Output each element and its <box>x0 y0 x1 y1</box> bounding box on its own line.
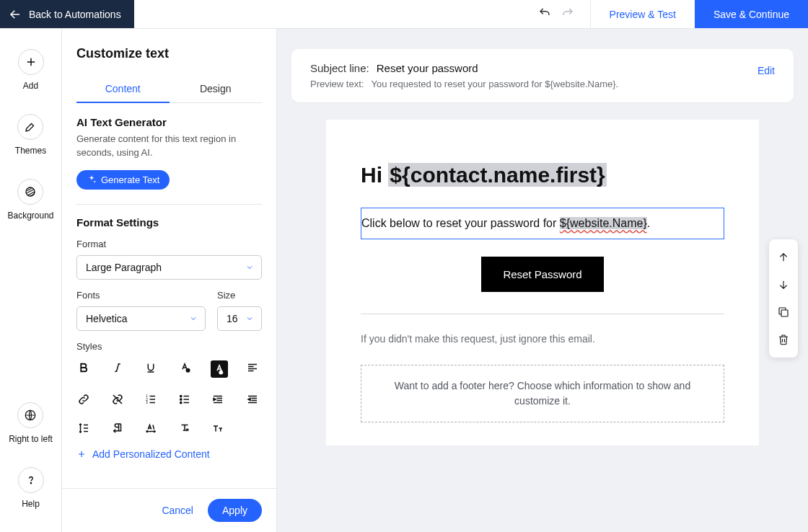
move-down-button[interactable] <box>769 271 798 298</box>
svg-point-3 <box>186 368 190 372</box>
ai-description: Generate content for this text region in… <box>76 133 262 160</box>
rail-item-themes[interactable]: Themes <box>15 114 46 156</box>
styles-label: Styles <box>76 341 262 352</box>
format-select[interactable]: Large Paragraph <box>76 255 262 280</box>
preview-and-test-button[interactable]: Preview & Test <box>590 0 695 28</box>
add-personalized-label: Add Personalized Content <box>92 448 210 460</box>
chevron-down-icon <box>245 314 254 323</box>
email-preview-card[interactable]: Hi ${contact.name.first} Click below to … <box>326 120 759 445</box>
size-select[interactable]: 16 <box>217 306 262 331</box>
bold-button[interactable] <box>76 360 91 375</box>
floating-toolbar <box>769 239 798 358</box>
underline-button[interactable] <box>144 360 158 375</box>
size-label: Size <box>217 290 262 301</box>
svg-text:3: 3 <box>146 401 148 404</box>
cancel-button[interactable]: Cancel <box>162 505 193 516</box>
reset-body-text[interactable]: Click below to reset your password for $… <box>361 217 724 230</box>
generate-text-button[interactable]: Generate Text <box>76 170 170 190</box>
ai-heading: AI Text Generator <box>76 116 262 128</box>
rail-item-help[interactable]: Help <box>18 467 44 509</box>
undo-button[interactable] <box>538 6 551 22</box>
greeting-variable: ${contact.name.first} <box>388 163 606 187</box>
customize-text-panel: Customize text Content Design AI Text Ge… <box>62 29 277 532</box>
rail-label-themes: Themes <box>15 146 46 156</box>
footer-placeholder[interactable]: Want to add a footer here? Choose which … <box>361 365 724 422</box>
redo-button[interactable] <box>561 6 574 22</box>
svg-rect-10 <box>781 310 788 316</box>
format-label: Format <box>76 239 262 249</box>
body-suffix: . <box>647 217 650 229</box>
size-select-value: 16 <box>227 313 238 324</box>
svg-point-8 <box>180 399 181 400</box>
text-transform-button[interactable] <box>211 421 225 435</box>
italic-button[interactable] <box>110 360 125 375</box>
email-divider <box>361 314 724 314</box>
align-left-button[interactable] <box>245 360 260 375</box>
svg-point-7 <box>180 395 181 396</box>
svg-point-2 <box>30 483 31 484</box>
fonts-label: Fonts <box>76 290 206 301</box>
topbar-spacer <box>134 0 522 28</box>
rail-item-rtl[interactable]: Right to left <box>9 402 53 444</box>
hatch-icon <box>24 185 37 198</box>
move-up-button[interactable] <box>769 244 798 271</box>
reset-password-button[interactable]: Reset Password <box>481 257 603 292</box>
globe-icon <box>24 409 37 422</box>
rail-item-background[interactable]: Background <box>7 179 53 221</box>
highlight-color-button[interactable] <box>211 360 228 378</box>
plus-icon <box>25 56 38 68</box>
undo-redo-group <box>522 0 590 28</box>
back-label: Back to Automations <box>29 9 121 20</box>
delete-button[interactable] <box>769 326 798 353</box>
panel-tabs: Content Design <box>76 76 262 103</box>
subject-line-value: Reset your password <box>377 62 478 74</box>
link-button[interactable] <box>76 392 91 407</box>
canvas-area: Subject line: Reset your password Previe… <box>277 29 808 532</box>
line-height-button[interactable] <box>76 421 91 435</box>
text-color-button[interactable] <box>177 360 192 375</box>
rail-label-rtl: Right to left <box>9 434 53 444</box>
format-settings-heading: Format Settings <box>76 216 262 229</box>
format-select-value: Large Paragraph <box>86 262 162 273</box>
sparkle-icon <box>87 174 97 185</box>
apply-button[interactable]: Apply <box>208 499 262 522</box>
brush-icon <box>24 120 37 133</box>
panel-divider <box>76 204 262 205</box>
add-personalized-content-button[interactable]: Add Personalized Content <box>76 448 262 460</box>
svg-point-9 <box>180 402 181 403</box>
outdent-button[interactable] <box>245 392 260 407</box>
left-rail: Add Themes Background Right to left Help <box>0 29 62 532</box>
ordered-list-button[interactable]: 123 <box>144 392 158 407</box>
body-variable: ${website.Name} <box>560 217 647 229</box>
email-greeting[interactable]: Hi ${contact.name.first} <box>361 163 724 187</box>
styles-grid: 123 <box>76 360 262 435</box>
chevron-down-icon <box>189 314 198 323</box>
ignore-text[interactable]: If you didn't make this request, just ig… <box>361 333 724 345</box>
greeting-prefix: Hi <box>361 163 388 187</box>
text-direction-button[interactable] <box>110 421 125 435</box>
edit-subject-button[interactable]: Edit <box>758 62 775 76</box>
indent-button[interactable] <box>211 392 225 407</box>
top-bar: Back to Automations Preview & Test Save … <box>0 0 808 29</box>
unlink-button[interactable] <box>110 392 125 407</box>
preview-text-label: Preview text: <box>310 79 364 89</box>
chevron-down-icon <box>245 263 254 272</box>
generate-text-label: Generate Text <box>101 174 159 185</box>
letter-spacing-button[interactable] <box>144 421 158 435</box>
tab-design[interactable]: Design <box>170 76 263 102</box>
subject-card: Subject line: Reset your password Previe… <box>291 49 794 102</box>
unordered-list-button[interactable] <box>177 392 192 407</box>
save-and-continue-button[interactable]: Save & Continue <box>695 0 808 28</box>
rail-label-background: Background <box>7 210 53 221</box>
arrow-left-icon <box>9 8 22 21</box>
rail-item-add[interactable]: Add <box>18 49 44 91</box>
fonts-select[interactable]: Helvetica <box>76 306 206 331</box>
clear-format-button[interactable] <box>177 421 192 435</box>
preview-text-value: You requested to reset your password for… <box>371 79 618 89</box>
tab-content[interactable]: Content <box>76 76 170 103</box>
rail-label-help: Help <box>22 499 40 509</box>
duplicate-button[interactable] <box>769 298 798 326</box>
selected-text-block[interactable]: Click below to reset your password for $… <box>361 208 724 239</box>
back-to-automations-button[interactable]: Back to Automations <box>0 0 134 28</box>
panel-title: Customize text <box>76 46 262 61</box>
